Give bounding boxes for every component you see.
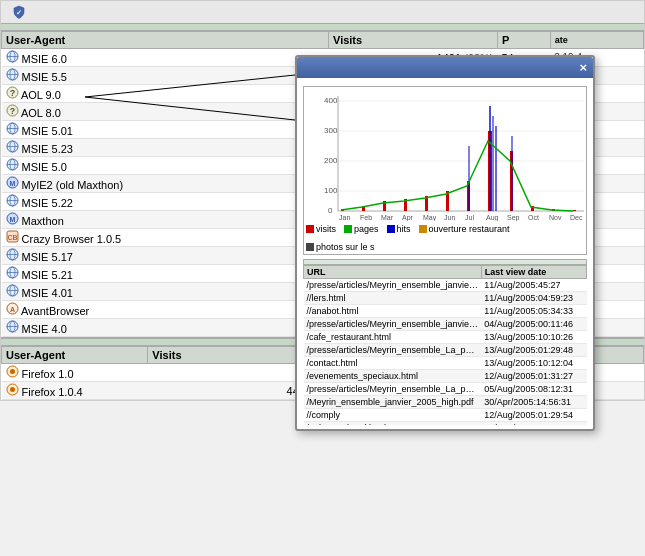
legend-pages-label: pages [354, 224, 379, 234]
lp-cell-url: /presse/articles/Meyrin_ensemble_janvier… [304, 279, 482, 292]
col-p: P [497, 32, 550, 49]
col-date: ate [550, 32, 643, 49]
lp-cell-url: /presse/articles/Meyrin_ensemble_janvier… [304, 318, 482, 331]
popup-titlebar: × [297, 57, 593, 78]
cell-browser-name: MSIE 5.21 [2, 265, 329, 283]
list-item: /presse/articles/Meyrin_ensemble_La_popo… [304, 383, 587, 396]
lp-cell-date: 11/Aug/2005:45:27 [481, 279, 586, 292]
cell-browser-name: ? AOL 9.0 [2, 85, 329, 103]
unknown-link[interactable]: ✓ [13, 5, 28, 19]
svg-text:400: 400 [324, 96, 338, 105]
svg-point-48 [10, 387, 15, 392]
svg-rect-74 [495, 126, 497, 211]
list-item: /presse/articles/Meyrin_ensemble_janvier… [304, 279, 587, 292]
browser-icon [6, 383, 19, 396]
svg-text:Jun: Jun [444, 214, 455, 221]
col-visits: Visits [329, 32, 498, 49]
popup-close-button[interactable]: × [579, 60, 587, 75]
lp-cell-date: 12/Aug/2005:01:29:54 [481, 409, 586, 422]
lp-cell-date: 13/Aug/2005:10:12:04 [481, 357, 586, 370]
svg-text:Jul: Jul [465, 214, 474, 221]
legend-ouverture-dot [419, 225, 427, 233]
chart-area: 400 300 200 100 0 [306, 91, 584, 221]
lp-cell-date: 04/Aug/2005:00:11:46 [481, 318, 586, 331]
browser-icon: A [6, 302, 19, 315]
svg-text:CB: CB [7, 234, 17, 241]
lp-cell-url: /auberge_hotel.html [304, 422, 482, 426]
svg-text:0: 0 [328, 206, 333, 215]
legend-hits: hits [387, 224, 411, 234]
cell-browser-name: A AvantBrowser [2, 301, 329, 319]
cell-browser-name: MSIE 6.0 [2, 49, 329, 67]
lp-cell-date: 11/Aug/2005:04:59:23 [481, 292, 586, 305]
cell-browser-name: MSIE 5.23 [2, 139, 329, 157]
cell-browser-name: MSIE 5.5 [2, 67, 329, 85]
svg-text:300: 300 [324, 126, 338, 135]
svg-text:Jan: Jan [339, 214, 350, 221]
last-pages-table: URL Last view date /presse/articles/Meyr… [303, 265, 587, 425]
popup-chart-section: 400 300 200 100 0 [303, 86, 587, 255]
lp-col-date: Last view date [481, 266, 586, 279]
legend-hits-dot [387, 225, 395, 233]
cell-browser-name: MSIE 5.0 [2, 157, 329, 175]
lp-cell-url: //comply [304, 409, 482, 422]
svg-text:Apr: Apr [402, 214, 414, 221]
lp-cell-date: 05/Aug/2005:08:12:31 [481, 383, 586, 396]
cell-browser-name: ? AOL 8.0 [2, 103, 329, 121]
list-item: /presse/articles/Meyrin_ensemble_janvier… [304, 318, 587, 331]
list-item: /evenements_speciaux.html 12/Aug/2005:01… [304, 370, 587, 383]
svg-rect-73 [492, 116, 494, 211]
legend-hits-label: hits [397, 224, 411, 234]
lp-cell-date: 12/Aug/2005:01:31:27 [481, 370, 586, 383]
browser-icon [6, 140, 19, 153]
svg-text:M: M [9, 216, 15, 223]
svg-text:Aug: Aug [486, 214, 499, 221]
svg-text:Oct: Oct [528, 214, 539, 221]
legend-visits-label: visits [316, 224, 336, 234]
cell-browser-name: Firefox 1.0 [2, 364, 148, 382]
lp-cell-date: 11/Aug/2005:05:34:33 [481, 305, 586, 318]
cell-browser-name: MSIE 5.22 [2, 193, 329, 211]
browser-icon [6, 248, 19, 261]
svg-text:100: 100 [324, 186, 338, 195]
svg-text:Feb: Feb [360, 214, 372, 221]
last-pages-scroll[interactable]: URL Last view date /presse/articles/Meyr… [303, 265, 587, 425]
svg-point-46 [10, 369, 15, 374]
cell-browser-name: M Maxthon [2, 211, 329, 229]
browser-icon [6, 122, 19, 135]
lp-cell-url: /cafe_restaurant.html [304, 331, 482, 344]
lp-col-url: URL [304, 266, 482, 279]
browser-icon [6, 158, 19, 171]
svg-text:M: M [9, 180, 15, 187]
col-useragent: User-Agent [2, 32, 329, 49]
browser-icon [6, 284, 19, 297]
chart-legend: visits pages hits ouverture restaurant p… [306, 224, 584, 252]
cell-browser-name: Firefox 1.0.4 [2, 382, 148, 400]
lp-cell-url: //anabot.html [304, 305, 482, 318]
cell-browser-name: MSIE 4.01 [2, 283, 329, 301]
lp-cell-url: /presse/articles/Meyrin_ensemble_La_popo… [304, 344, 482, 357]
lp-cell-url: //lers.html [304, 292, 482, 305]
list-item: //comply 12/Aug/2005:01:29:54 [304, 409, 587, 422]
svg-rect-71 [573, 210, 576, 211]
svg-text:Mar: Mar [381, 214, 394, 221]
lp-cell-date: 13/Aug/2005:01:29:48 [481, 344, 586, 357]
cell-browser-name: MSIE 4.0 [2, 319, 329, 337]
popup-content: 400 300 200 100 0 [297, 78, 593, 429]
lp-cell-url: /Meyrin_ensemble_janvier_2005_high.pdf [304, 396, 482, 409]
svg-text:?: ? [9, 88, 15, 98]
legend-pages-dot [344, 225, 352, 233]
gecko-col-useragent: User-Agent [2, 347, 148, 364]
lp-cell-url: /evenements_speciaux.html [304, 370, 482, 383]
legend-visits-dot [306, 225, 314, 233]
cell-browser-name: M MyIE2 (old Maxthon) [2, 175, 329, 193]
browser-icon: M [6, 176, 19, 189]
legend-photos-dot [306, 243, 314, 251]
cell-browser-name: MSIE 5.01 [2, 121, 329, 139]
legend-pages: pages [344, 224, 379, 234]
list-item: /Meyrin_ensemble_janvier_2005_high.pdf 3… [304, 396, 587, 409]
legend-visits: visits [306, 224, 336, 234]
legend-ouverture-label: ouverture restaurant [429, 224, 510, 234]
list-item: /presse/articles/Meyrin_ensemble_La_popo… [304, 344, 587, 357]
lp-cell-date: 12/Aug/2005:21:41:07 [481, 422, 586, 426]
